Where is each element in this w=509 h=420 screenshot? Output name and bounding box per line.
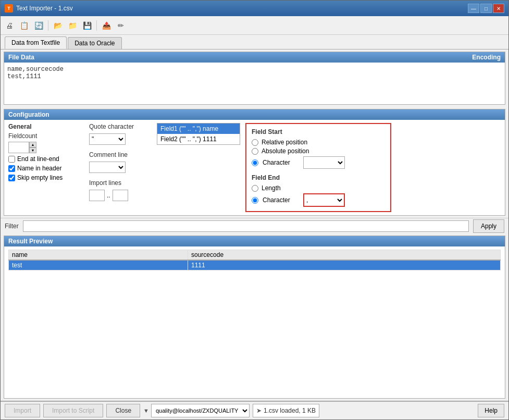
relative-position-radio[interactable] [252,139,258,146]
fieldcount-input[interactable]: 2 [8,142,29,153]
skip-empty-lines-row: Skip empty lines [8,174,84,181]
result-col2-header: sourcecode [188,250,501,261]
window-title: Text Importer - 1.csv [16,5,73,12]
import-lines-from[interactable]: 1 [89,190,105,201]
end-at-line-end-row: End at line-end [8,155,84,163]
character-end-radio[interactable] [252,197,258,204]
comment-line-select[interactable] [89,162,126,173]
toolbar-folder-btn[interactable]: 📁 [66,19,79,32]
configuration-header: Configuration [4,109,505,120]
result-col1-header: name [9,250,188,261]
skip-empty-lines-label: Skip empty lines [17,174,63,181]
encoding-label: Encoding [472,54,501,61]
toolbar-refresh-btn[interactable]: 🔄 [32,19,45,32]
import-to-script-button[interactable]: Import to Script [43,404,103,417]
import-button[interactable]: Import [5,404,40,417]
toolbar-edit-btn[interactable]: ✏ [114,19,128,32]
toolbar-save-btn[interactable]: 💾 [80,19,94,32]
toolbar-open-btn[interactable]: 📂 [51,19,65,32]
maximize-button[interactable]: □ [480,4,492,13]
comment-line-label: Comment line [89,151,152,158]
help-button[interactable]: Help [478,404,504,417]
length-row: Length [252,184,385,192]
toolbar-export-btn[interactable]: 📤 [100,19,113,32]
arrow-icon: ➤ [256,407,262,414]
field-end-title: Field End [252,174,385,181]
file-data-section: File Data Encoding name,sourcecode test,… [4,52,505,105]
toolbar-copy-btn[interactable]: 📋 [17,19,31,32]
spinbox-up[interactable]: ▲ [29,142,36,147]
dotdot: .. [107,192,110,199]
end-at-line-end-label: End at line-end [17,155,59,163]
result-table: name sourcecode test 1111 [8,250,501,270]
fieldcount-label: Fieldcount [8,132,84,140]
character-start-row: Character [252,156,385,169]
length-label: Length [262,184,281,192]
general-panel: General Fieldcount 2 ▲ ▼ End at line-end [8,123,84,181]
absolute-position-row: Absolute position [252,147,385,155]
tab-data-from-textfile[interactable]: Data from Textfile [5,36,67,49]
result-preview-title: Result Preview [8,238,53,245]
tab-data-to-oracle[interactable]: Data to Oracle [68,37,121,49]
main-content: File Data Encoding name,sourcecode test,… [1,50,508,401]
character-start-radio[interactable] [252,159,258,166]
skip-empty-lines-checkbox[interactable] [8,175,15,181]
toolbar-print-btn[interactable]: 🖨 [3,19,16,32]
field-start-title: Field Start [252,128,385,135]
general-label: General [8,123,84,130]
field-item-2[interactable]: Field2 ("" .. ",") 1111 [157,134,240,144]
toolbar: 🖨 📋 🔄 📂 📁 💾 📤 ✏ [1,16,508,35]
apply-button[interactable]: Apply [473,219,504,233]
minimize-button[interactable]: — [468,4,479,13]
result-preview-section: Result Preview name sourcecode test 1111 [4,236,505,399]
name-in-header-checkbox[interactable] [8,165,15,172]
file-data-title: File Data [8,54,34,61]
filter-label: Filter [5,223,19,230]
relative-position-label: Relative position [262,139,307,146]
absolute-position-radio[interactable] [252,148,258,155]
character-start-label: Character [263,159,299,166]
relative-position-row: Relative position [252,139,385,146]
title-buttons: — □ ✕ [468,4,504,13]
character-end-label: Character [263,196,299,204]
configuration-section: Configuration General Fieldcount 2 ▲ ▼ [4,109,505,216]
spinbox-buttons: ▲ ▼ [29,142,36,153]
title-bar: T Text Importer - 1.csv — □ ✕ [1,1,508,16]
result-header-row: name sourcecode [9,250,501,261]
file-data-header: File Data Encoding [4,52,505,63]
result-data-row[interactable]: test 1111 [9,260,501,270]
result-col2-cell: 1111 [188,260,501,270]
connection-select[interactable]: quality@localhost/ZXDQUALITY [151,404,250,417]
import-lines-to[interactable] [113,190,128,201]
connection-dropdown: ▼ quality@localhost/ZXDQUALITY [143,404,250,417]
title-bar-left: T Text Importer - 1.csv [5,4,73,13]
toolbar-separator-1 [48,20,48,31]
main-tabs: Data from Textfile Data to Oracle [1,35,508,50]
character-start-select[interactable] [303,156,345,169]
quote-character-select[interactable]: " [89,133,126,145]
field-config-panel: Field Start Relative position Absolute p… [245,123,391,212]
length-radio[interactable] [252,185,258,192]
fields-list: Field1 ("" .. ",") name Field2 ("" .. ",… [157,123,240,145]
file-status-info: ➤ 1.csv loaded, 1 KB [253,404,319,417]
result-preview-header: Result Preview [4,236,505,246]
main-window: T Text Importer - 1.csv — □ ✕ 🖨 📋 🔄 📂 📁 … [0,0,509,420]
result-col1-cell: test [9,260,188,270]
filter-bar: Filter Apply [1,218,508,233]
bottom-bar: Import Import to Script Close ▼ quality@… [1,401,508,419]
field-item-1[interactable]: Field1 ("" .. ",") name [157,123,240,134]
absolute-position-label: Absolute position [262,147,309,155]
file-data-content: name,sourcecode test,1111 [4,63,505,104]
quote-panel: Quote character " Comment line Import li… [89,123,152,201]
close-window-button[interactable]: ✕ [493,4,504,13]
character-end-select[interactable]: , [303,193,345,207]
toolbar-separator-2 [96,20,97,31]
spinbox-down[interactable]: ▼ [29,147,36,153]
character-end-row: Character , [252,193,385,207]
result-preview-content: name sourcecode test 1111 [4,246,505,274]
end-at-line-end-checkbox[interactable] [8,156,15,163]
close-button[interactable]: Close [106,404,140,417]
filter-input[interactable] [23,220,469,232]
name-in-header-row: Name in header [8,165,84,172]
fieldcount-spinbox: 2 ▲ ▼ [8,142,84,153]
